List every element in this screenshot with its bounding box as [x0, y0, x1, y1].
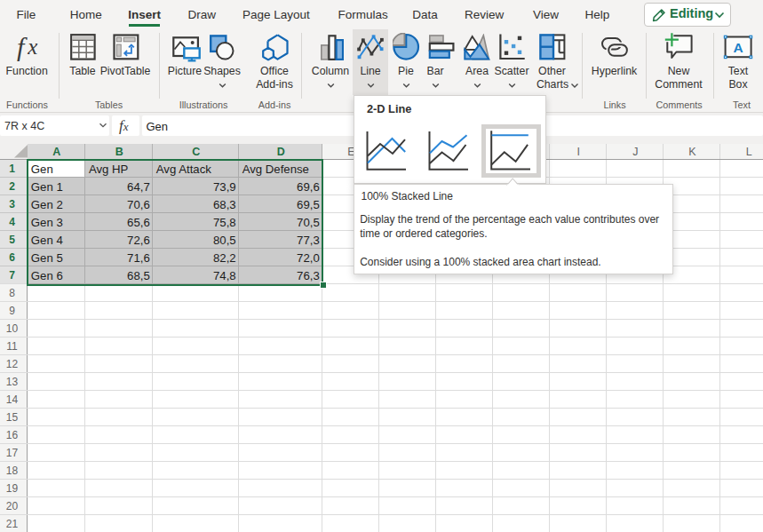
svg-text:A: A [733, 40, 743, 55]
